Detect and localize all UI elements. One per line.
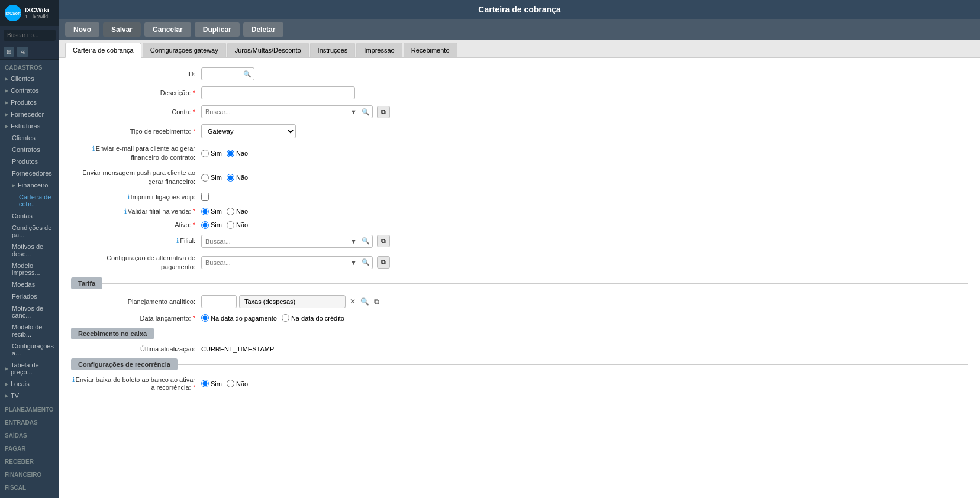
sidebar-item-carteira[interactable]: Carteira de cobr... (7, 191, 59, 210)
row-ligacoes: ℹImprimir ligações voip: (71, 193, 968, 202)
validar-sim-radio[interactable] (201, 208, 209, 215)
sidebar-item-tabela[interactable]: ▶Tabela de preço... (0, 359, 59, 378)
planejamento-clear-btn[interactable]: ✕ (348, 297, 357, 306)
ligacoes-checkbox[interactable] (201, 193, 209, 201)
planejamento-id-input[interactable]: 240 (201, 295, 237, 308)
data-lancamento-radio-group: Na data do pagamento Na data do crédito (201, 314, 344, 322)
recorrencia-label: Configurações de recorrência (71, 358, 178, 370)
ativo-sim-label[interactable]: Sim (201, 221, 222, 229)
sidebar-item-locais[interactable]: ▶Locais (0, 378, 59, 390)
conta-open-btn[interactable]: ⧉ (377, 106, 390, 118)
tipo-recebimento-select[interactable]: Gateway Boleto Cartão Pix (201, 124, 296, 138)
filial-input[interactable] (202, 235, 348, 247)
sidebar-item-produtos-sub[interactable]: Produtos (7, 156, 59, 167)
push-nao-label[interactable]: Não (227, 174, 248, 182)
app-subtitle: 1 - ixcwiki (25, 14, 49, 20)
ativo-sim-radio[interactable] (201, 221, 209, 229)
sidebar-item-fornecedores-sub[interactable]: Fornecedores (7, 167, 59, 179)
sidebar-item-config-a[interactable]: Configurações a... (7, 340, 59, 359)
config-alt-search-btn[interactable]: 🔍 (359, 258, 372, 266)
label-config-alternativa: Configuração de alternativa de pagamento… (71, 254, 201, 272)
filial-open-btn[interactable]: ⧉ (377, 235, 390, 247)
section-fiscal: Fiscal (0, 480, 59, 493)
id-field[interactable] (202, 68, 241, 80)
conta-search-btn[interactable]: 🔍 (359, 108, 372, 116)
sidebar-item-clientes-sub[interactable]: Clientes (7, 132, 59, 144)
sidebar-item-modelo-recib[interactable]: Modelo de recib... (7, 321, 59, 340)
email-nao-radio[interactable] (227, 150, 234, 157)
config-alt-open-btn[interactable]: ⧉ (377, 256, 390, 269)
id-search-btn[interactable]: 🔍 (241, 70, 254, 78)
filial-dropdown-btn[interactable]: ▼ (348, 238, 359, 245)
cancelar-button[interactable]: Cancelar (144, 22, 191, 37)
app-title: IXCWiki (25, 7, 49, 14)
baixa-nao-label[interactable]: Não (227, 380, 248, 387)
baixa-sim-label[interactable]: Sim (201, 380, 222, 387)
sidebar-item-modelo-impress[interactable]: Modelo impress... (7, 260, 59, 279)
sidebar-item-motivos-canc[interactable]: Motivos de canc... (7, 302, 59, 321)
descricao-field[interactable]: Credisis (201, 86, 355, 99)
sidebar-item-produtos[interactable]: ▶Produtos (0, 96, 59, 108)
ativo-radio-group: Sim Não (201, 221, 248, 229)
push-sim-radio[interactable] (201, 174, 209, 182)
email-nao-label[interactable]: Não (227, 150, 248, 157)
section-receber: Receber (0, 454, 59, 467)
row-config-alternativa: Configuração de alternativa de pagamento… (71, 254, 968, 272)
conta-dropdown-btn[interactable]: ▼ (348, 108, 359, 115)
row-ultima-atualizacao: Última atualização: CURRENT_TIMESTAMP (71, 345, 968, 353)
validar-nao-label[interactable]: Não (227, 208, 248, 215)
planejamento-open-btn[interactable]: ⧉ (372, 297, 381, 306)
salvar-button[interactable]: Salvar (103, 22, 141, 37)
email-sim-label[interactable]: Sim (201, 150, 222, 157)
baixa-sim-radio[interactable] (201, 380, 209, 387)
tab-impressao[interactable]: Impressão (356, 43, 402, 57)
sidebar-item-moedas[interactable]: Moedas (7, 279, 59, 290)
novo-button[interactable]: Novo (65, 22, 99, 37)
sidebar-item-clientes[interactable]: ▶Clientes (0, 73, 59, 85)
sidebar-item-condicoes[interactable]: Condições de pa... (7, 222, 59, 241)
ativo-nao-label[interactable]: Não (227, 221, 248, 229)
sidebar-item-contratos[interactable]: ▶Contratos (0, 85, 59, 96)
tab-config-gateway[interactable]: Configurações gateway (143, 43, 226, 57)
config-alternativa-input[interactable] (202, 257, 348, 269)
credito-radio[interactable] (282, 314, 289, 322)
pagamento-radio[interactable] (201, 314, 209, 322)
tab-recebimento[interactable]: Recebimento (404, 43, 457, 57)
row-validar-filial: ℹValidar filial na venda: * Sim Não (71, 208, 968, 215)
sidebar-item-tv[interactable]: ▶TV (0, 390, 59, 402)
deletar-button[interactable]: Deletar (243, 22, 284, 37)
baixa-nao-radio[interactable] (227, 380, 234, 387)
push-nao-radio[interactable] (227, 174, 234, 182)
print-icon-btn[interactable]: 🖨 (17, 47, 28, 57)
duplicar-button[interactable]: Duplicar (195, 22, 240, 37)
conta-search-input[interactable] (202, 106, 348, 118)
validar-nao-radio[interactable] (227, 208, 234, 215)
credito-label[interactable]: Na data do crédito (282, 314, 344, 322)
filial-search-btn[interactable]: 🔍 (359, 237, 372, 245)
row-ativo: Ativo: * Sim Não (71, 221, 968, 229)
sidebar-item-fornecedor[interactable]: ▶Fornecedor (0, 108, 59, 120)
sidebar-item-feriados[interactable]: Feriados (7, 290, 59, 302)
sidebar-item-contratos-sub[interactable]: Contratos (7, 144, 59, 156)
sidebar-item-estruturas[interactable]: ▶Estruturas (0, 120, 59, 132)
search-input[interactable] (4, 30, 56, 41)
planejamento-search-btn[interactable]: 🔍 (359, 297, 371, 306)
push-sim-label[interactable]: Sim (201, 174, 222, 182)
section-saidas: Saídas (0, 428, 59, 441)
tab-instrucoes[interactable]: Instruções (310, 43, 356, 57)
sidebar-icon-bar: ⊞ 🖨 (0, 44, 59, 60)
pagamento-label[interactable]: Na data do pagamento (201, 314, 277, 322)
tab-juros[interactable]: Juros/Multas/Desconto (227, 43, 309, 57)
sidebar-item-motivos-desc[interactable]: Motivos de desc... (7, 241, 59, 260)
tab-carteira[interactable]: Carteira de cobrança (65, 43, 141, 58)
email-sim-radio[interactable] (201, 150, 209, 157)
sidebar-item-financeiro-sub[interactable]: ▶Financeiro (7, 179, 59, 191)
label-tipo-recebimento: Tipo de recebimento: * (71, 128, 201, 135)
sidebar-header: IXCSoft IXCWiki 1 - ixcwiki (0, 0, 59, 26)
ativo-nao-radio[interactable] (227, 221, 234, 229)
config-alt-dropdown-btn[interactable]: ▼ (348, 259, 359, 266)
validar-sim-label[interactable]: Sim (201, 208, 222, 215)
label-id: ID: (71, 70, 201, 77)
grid-icon-btn[interactable]: ⊞ (4, 47, 14, 57)
sidebar-item-contas[interactable]: Contas (7, 210, 59, 222)
